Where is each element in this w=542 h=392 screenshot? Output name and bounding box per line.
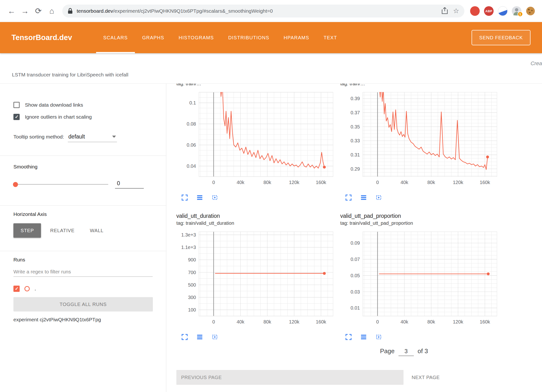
adblock-extension-icon[interactable] xyxy=(470,6,480,16)
scalars-dashboard: tag: train/… 040k80k120k160k0.040.060.08… xyxy=(166,84,542,392)
tooltip-sorting-value: default xyxy=(68,133,85,140)
blue-extension-icon[interactable] xyxy=(498,6,507,16)
chart-tag: tag: train/valid_utt_pad_proportion xyxy=(340,220,498,226)
svg-text:0: 0 xyxy=(376,180,379,185)
url-path: /experiment/cj2vtPiwQHKN9Q1tx6PTpg/#scal… xyxy=(113,8,273,14)
show-download-links-checkbox[interactable] xyxy=(13,102,20,108)
url-bar[interactable]: tensorboard.dev/experiment/cj2vtPiwQHKN9… xyxy=(62,5,464,17)
forward-icon[interactable]: → xyxy=(19,5,31,17)
smoothing-value-input[interactable] xyxy=(115,180,144,189)
svg-text:40k: 40k xyxy=(236,180,244,185)
svg-text:100: 100 xyxy=(188,307,196,312)
chart-tag: tag: train/… xyxy=(176,84,334,87)
svg-text:900: 900 xyxy=(188,257,196,262)
fit-domain-icon[interactable] xyxy=(375,194,382,201)
toggle-all-runs-button[interactable]: TOGGLE ALL RUNS xyxy=(13,297,153,311)
runs-filter-input[interactable] xyxy=(13,267,153,277)
abp-extension-icon[interactable]: ABP xyxy=(484,6,494,16)
axis-step-button[interactable]: STEP xyxy=(13,223,41,238)
show-download-links-row[interactable]: Show data download links xyxy=(13,102,153,108)
tab-graphs[interactable]: GRAPHS xyxy=(135,22,171,53)
smoothing-slider-thumb[interactable] xyxy=(13,182,18,187)
run-checkbox[interactable] xyxy=(13,286,20,292)
svg-text:0: 0 xyxy=(212,319,215,324)
run-color-swatch[interactable] xyxy=(24,286,30,291)
tab-distributions[interactable]: DISTRIBUTIONS xyxy=(221,22,277,53)
horizontal-axis-section: Horizontal Axis STEP RELATIVE WALL xyxy=(0,206,166,251)
expand-chart-icon[interactable] xyxy=(345,194,352,201)
tab-hparams[interactable]: HPARAMS xyxy=(277,22,317,53)
chart-card-2: tag: train/… 040k80k120k160k0.290.310.33… xyxy=(340,84,498,201)
expand-chart-icon[interactable] xyxy=(181,194,188,201)
refresh-icon[interactable]: ⟳ xyxy=(32,5,45,17)
svg-text:0.29: 0.29 xyxy=(351,166,360,172)
svg-text:500: 500 xyxy=(188,282,196,288)
axis-wall-button[interactable]: WALL xyxy=(84,223,110,238)
runs-list-icon[interactable] xyxy=(196,334,203,340)
previous-page-button[interactable]: PREVIOUS PAGE xyxy=(176,370,404,385)
svg-text:40k: 40k xyxy=(236,319,244,324)
svg-text:0.09: 0.09 xyxy=(351,240,360,246)
axis-relative-button[interactable]: RELATIVE xyxy=(44,223,81,238)
smoothing-slider[interactable] xyxy=(13,184,108,185)
tab-text[interactable]: TEXT xyxy=(316,22,344,53)
tooltip-sorting-row: Tooltip sorting method: default xyxy=(13,133,153,142)
runs-list-icon[interactable] xyxy=(196,194,203,201)
tensorboard-logo[interactable]: TensorBoard.dev xyxy=(12,33,72,42)
scalar-chart[interactable]: 040k80k120k160k1003005007009001.1e+31.3e… xyxy=(176,230,334,327)
ignore-outliers-row[interactable]: Ignore outliers in chart scaling xyxy=(13,114,153,120)
page-number-input[interactable] xyxy=(398,348,414,356)
chevron-down-icon xyxy=(112,136,116,138)
scalar-chart[interactable]: 040k80k120k160k0.040.060.080.1 xyxy=(176,91,334,188)
expand-chart-icon[interactable] xyxy=(181,334,188,340)
general-settings-section: Show data download links Ignore outliers… xyxy=(0,102,166,156)
ignore-outliers-checkbox[interactable] xyxy=(13,114,20,120)
svg-text:0: 0 xyxy=(212,180,215,185)
send-feedback-button[interactable]: SEND FEEDBACK xyxy=(472,30,530,45)
pagination: Page of 3 xyxy=(176,347,542,356)
svg-text:0.37: 0.37 xyxy=(351,110,360,115)
scalar-chart[interactable]: 040k80k120k160k0.010.030.050.070.09 xyxy=(340,230,498,327)
home-icon[interactable]: ⌂ xyxy=(46,5,58,17)
runs-list-icon[interactable] xyxy=(360,334,367,340)
svg-text:80k: 80k xyxy=(263,180,271,185)
fit-domain-icon[interactable] xyxy=(211,334,218,340)
svg-text:160k: 160k xyxy=(480,180,490,185)
svg-text:40k: 40k xyxy=(400,180,408,185)
back-icon[interactable]: ← xyxy=(5,5,18,17)
svg-text:0.35: 0.35 xyxy=(351,124,360,129)
expand-chart-icon[interactable] xyxy=(345,334,352,340)
chart-title: valid_utt_duration xyxy=(176,212,334,220)
svg-text:0: 0 xyxy=(376,319,379,324)
next-page-button[interactable]: NEXT PAGE xyxy=(412,375,440,380)
svg-text:0.33: 0.33 xyxy=(351,138,360,143)
page-of-label: of 3 xyxy=(418,347,428,355)
profile-avatar[interactable]: 1 xyxy=(512,6,521,16)
bookmark-star-icon[interactable]: ☆ xyxy=(453,8,459,14)
svg-text:80k: 80k xyxy=(427,180,435,185)
runs-list-icon[interactable] xyxy=(360,194,367,201)
tab-histograms[interactable]: HISTOGRAMS xyxy=(171,22,221,53)
tooltip-sorting-label: Tooltip sorting method: xyxy=(13,134,64,140)
horizontal-axis-label: Horizontal Axis xyxy=(13,211,153,217)
chart-actions xyxy=(340,194,498,201)
svg-text:160k: 160k xyxy=(480,319,490,324)
fit-domain-icon[interactable] xyxy=(375,334,382,340)
runs-section: Runs . TOGGLE ALL RUNS experiment cj2vtP… xyxy=(0,251,166,323)
svg-text:0.04: 0.04 xyxy=(187,163,196,169)
url-host: tensorboard.dev xyxy=(77,8,113,14)
tooltip-sorting-select[interactable]: default xyxy=(68,133,117,142)
url-text: tensorboard.dev/experiment/cj2vtPiwQHKN9… xyxy=(77,8,438,14)
tab-scalars[interactable]: SCALARS xyxy=(96,22,135,53)
show-download-links-label: Show data download links xyxy=(25,102,83,108)
svg-text:120k: 120k xyxy=(453,319,463,324)
svg-text:0.07: 0.07 xyxy=(351,257,360,262)
cookie-icon[interactable] xyxy=(526,6,535,16)
svg-text:120k: 120k xyxy=(453,180,463,185)
svg-text:1.3e+3: 1.3e+3 xyxy=(181,232,196,237)
scalar-chart[interactable]: 040k80k120k160k0.290.310.330.350.370.39 xyxy=(340,91,498,188)
share-icon[interactable] xyxy=(442,7,448,15)
fit-domain-icon[interactable] xyxy=(211,194,218,201)
run-row[interactable]: . xyxy=(13,285,153,292)
svg-text:0.05: 0.05 xyxy=(351,273,360,278)
